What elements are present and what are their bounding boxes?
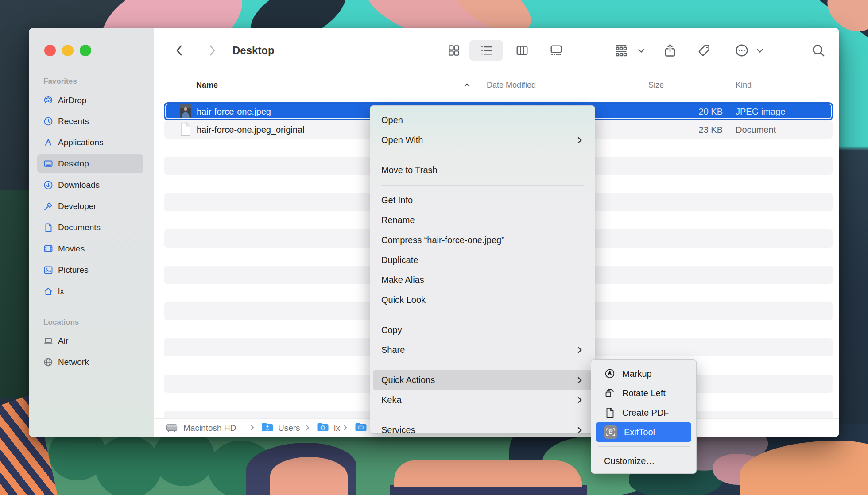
- hammer-icon: [43, 201, 54, 212]
- gallery-view-button[interactable]: [544, 40, 569, 61]
- document-icon: [43, 222, 54, 233]
- forward-button[interactable]: [202, 41, 222, 60]
- column-header-size[interactable]: Size: [648, 81, 664, 90]
- menu-item-services[interactable]: Services: [370, 420, 595, 440]
- submenu-chevron-icon: [577, 426, 582, 434]
- menu-item-compress[interactable]: Compress “hair-force-one.jpeg”: [370, 230, 595, 250]
- column-header-date-modified[interactable]: Date Modified: [487, 81, 536, 90]
- submenu-chevron-icon: [577, 396, 582, 404]
- zoom-button[interactable]: [80, 45, 91, 56]
- sort-caret-up-icon: [463, 82, 471, 88]
- sidebar-item-label: AirDrop: [58, 96, 86, 105]
- file-thumbnail: [180, 104, 191, 118]
- submenu-item-customize[interactable]: Customize…: [591, 451, 696, 471]
- sidebar-item-network[interactable]: Network: [37, 352, 143, 371]
- submenu-item-create-pdf[interactable]: Create PDF: [591, 403, 696, 422]
- columns-view-button[interactable]: [510, 40, 535, 61]
- menu-separator: [381, 185, 584, 186]
- sidebar-item-movies[interactable]: Movies: [37, 239, 143, 258]
- path-segment-home[interactable]: lx: [334, 423, 340, 433]
- menu-separator: [381, 365, 584, 365]
- sidebar-item-applications[interactable]: Applications: [37, 133, 143, 152]
- sidebar-item-pictures[interactable]: Pictures: [37, 260, 143, 279]
- sidebar-item-label: Applications: [58, 138, 103, 147]
- sidebar-item-air[interactable]: Air: [37, 331, 143, 350]
- menu-item-open-with[interactable]: Open With: [370, 130, 595, 150]
- path-segment-users[interactable]: Users: [278, 423, 300, 433]
- toolbar-divider: [540, 43, 540, 58]
- menu-item-quick-look[interactable]: Quick Look: [370, 290, 595, 310]
- menu-item-quick-actions[interactable]: Quick Actions: [373, 370, 592, 390]
- column-header-kind[interactable]: Kind: [736, 81, 752, 90]
- context-menu: Open Open With Move to Trash Get Info Re…: [370, 105, 595, 434]
- menu-item-duplicate[interactable]: Duplicate: [370, 250, 595, 270]
- minimize-button[interactable]: [62, 45, 74, 56]
- list-view-button[interactable]: [469, 40, 503, 61]
- search-button[interactable]: [808, 40, 829, 61]
- submenu-separator: [598, 446, 690, 447]
- menu-item-make-alias[interactable]: Make Alias: [370, 270, 595, 290]
- desktop-icon: [43, 159, 54, 169]
- sidebar-item-documents[interactable]: Documents: [37, 218, 143, 237]
- sidebar-item-desktop[interactable]: Desktop: [37, 154, 143, 173]
- submenu-chevron-icon: [577, 376, 582, 384]
- sidebar-section-locations: Locations: [43, 318, 79, 327]
- column-header-name[interactable]: Name: [196, 81, 218, 90]
- sidebar-item-home[interactable]: lx: [37, 282, 143, 301]
- wallpaper-rock: [394, 460, 582, 487]
- submenu-chevron-icon: [577, 346, 582, 354]
- markup-icon: [604, 368, 616, 379]
- sidebar-item-airdrop[interactable]: AirDrop: [37, 91, 143, 110]
- sidebar-item-label: Network: [58, 357, 89, 367]
- header-top-divider: [154, 75, 839, 75]
- close-button[interactable]: [44, 45, 56, 56]
- menu-item-share[interactable]: Share: [370, 340, 595, 360]
- submenu-item-exiftool[interactable]: ExifTool: [596, 422, 691, 442]
- share-button[interactable]: [659, 40, 681, 61]
- file-kind: JPEG image: [736, 107, 785, 117]
- menu-separator: [381, 315, 584, 315]
- submenu-item-markup[interactable]: Markup: [591, 364, 696, 383]
- sidebar-item-label: Documents: [58, 223, 101, 232]
- exiftool-icon: [604, 425, 617, 439]
- more-options-button[interactable]: [731, 40, 752, 61]
- folder-icon[interactable]: [355, 422, 367, 432]
- header-bottom-divider: [154, 97, 839, 97]
- group-chevron-icon[interactable]: [636, 46, 647, 55]
- home-icon: [43, 286, 54, 297]
- menu-item-move-to-trash[interactable]: Move to Trash: [370, 160, 595, 180]
- path-segment-macintosh-hd[interactable]: Macintosh HD: [183, 423, 236, 433]
- film-icon: [43, 244, 54, 254]
- laptop-icon: [43, 336, 54, 346]
- file-name[interactable]: hair-force-one.jpeg_original: [197, 125, 304, 135]
- document-file-icon: [180, 122, 191, 136]
- sidebar-section-favorites: Favorites: [43, 77, 77, 86]
- sidebar-item-label: Desktop: [58, 159, 89, 169]
- photo-icon: [43, 265, 54, 275]
- sidebar-item-downloads[interactable]: Downloads: [37, 175, 143, 194]
- grid-view-button[interactable]: [442, 40, 466, 61]
- more-chevron-icon[interactable]: [755, 46, 765, 55]
- rotate-left-icon: [604, 387, 616, 399]
- sidebar-item-label: lx: [58, 286, 64, 296]
- menu-item-copy[interactable]: Copy: [370, 320, 595, 340]
- tag-button[interactable]: [694, 40, 715, 61]
- menu-separator: [381, 155, 584, 155]
- column-divider[interactable]: [481, 78, 481, 93]
- submenu-chevron-icon: [577, 136, 582, 144]
- create-pdf-icon: [604, 407, 616, 418]
- file-kind: Document: [736, 125, 776, 135]
- sidebar-item-recents[interactable]: Recents: [37, 112, 143, 131]
- group-button[interactable]: [611, 40, 632, 61]
- sidebar-item-developer[interactable]: Developer: [37, 197, 143, 216]
- menu-item-rename[interactable]: Rename: [370, 210, 595, 230]
- menu-item-keka[interactable]: Keka: [370, 390, 595, 410]
- file-name[interactable]: hair-force-one.jpeg: [197, 107, 271, 117]
- column-divider[interactable]: [728, 78, 728, 93]
- menu-item-get-info[interactable]: Get Info: [370, 190, 595, 210]
- menu-item-open[interactable]: Open: [370, 110, 595, 130]
- sidebar-item-label: Developer: [58, 201, 97, 211]
- submenu-item-rotate-left[interactable]: Rotate Left: [591, 383, 696, 403]
- column-divider[interactable]: [641, 78, 641, 93]
- back-button[interactable]: [170, 41, 189, 60]
